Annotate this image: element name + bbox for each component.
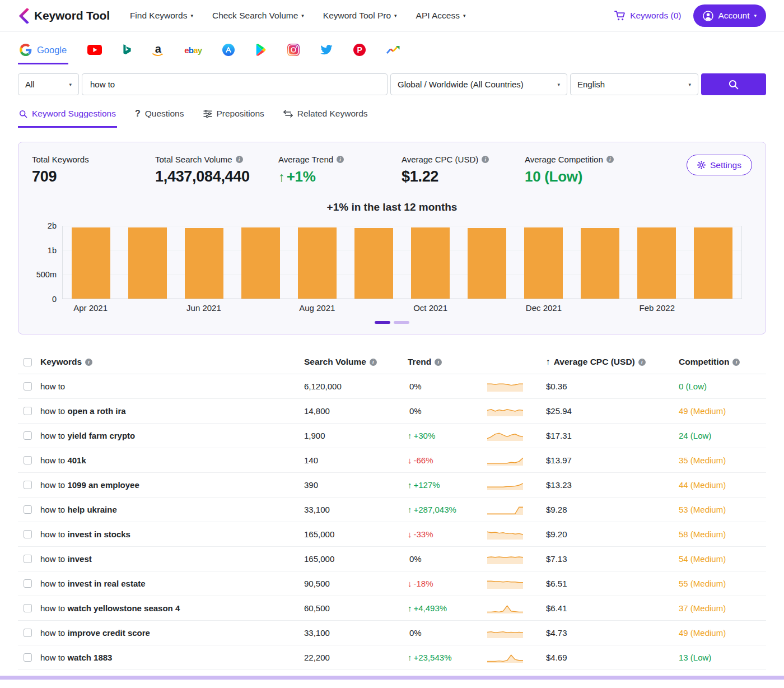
- table-row: how to 401k 140 ↓-66% $13.97 35 (Medium): [18, 448, 766, 473]
- cpc-cell: $6.51: [546, 571, 679, 596]
- keyword-cell[interactable]: how to watch 1883: [40, 645, 304, 670]
- competition-cell: 49 (Medium): [679, 399, 766, 424]
- y-tick-label: 1b: [48, 246, 57, 255]
- info-icon[interactable]: i: [337, 156, 344, 163]
- cart-label: Keywords (0): [630, 11, 681, 21]
- chart-bar: [468, 228, 507, 299]
- stat-value: 10 (Low): [525, 168, 648, 185]
- carousel-dot-active[interactable]: [375, 321, 390, 324]
- platform-tab-ebay[interactable]: ebay: [183, 40, 203, 64]
- row-checkbox[interactable]: [24, 530, 32, 538]
- carousel-dot[interactable]: [394, 321, 409, 324]
- row-checkbox[interactable]: [24, 653, 32, 662]
- cpc-cell: $17.31: [546, 424, 679, 448]
- nav-find-keywords[interactable]: Find Keywords ▾: [130, 11, 193, 21]
- country-select[interactable]: Global / Worldwide (All Countries) ▾: [390, 73, 567, 95]
- cart-keywords-link[interactable]: Keywords (0): [614, 11, 681, 21]
- search-icon: [729, 80, 739, 90]
- header-trend[interactable]: Trendi: [408, 351, 487, 374]
- keyword-tool-logo-icon: [18, 8, 29, 24]
- keyword-cell[interactable]: how to invest in real estate: [40, 571, 304, 596]
- y-axis: 2b1b500m0: [32, 226, 62, 299]
- nav-check-search-volume[interactable]: Check Search Volume ▾: [212, 11, 304, 21]
- row-checkbox[interactable]: [24, 382, 32, 391]
- row-checkbox[interactable]: [24, 555, 32, 563]
- row-checkbox[interactable]: [24, 629, 32, 637]
- platform-tab-bing[interactable]: [121, 40, 133, 64]
- row-checkbox[interactable]: [24, 407, 32, 415]
- info-icon[interactable]: i: [236, 156, 243, 163]
- settings-button[interactable]: Settings: [687, 155, 752, 175]
- row-checkbox[interactable]: [24, 456, 32, 464]
- sparkline-chart: [487, 430, 523, 441]
- competition-cell: 13 (Low): [679, 645, 766, 670]
- tab-prepositions[interactable]: Prepositions: [202, 103, 265, 128]
- platform-tab-pinterest[interactable]: P: [352, 40, 367, 64]
- platform-tab-amazon[interactable]: a: [151, 40, 165, 64]
- keyword-cell[interactable]: how to improve credit score: [40, 621, 304, 645]
- search-button[interactable]: [701, 73, 766, 95]
- sparkline-chart: [487, 455, 523, 466]
- category-select[interactable]: All ▾: [18, 73, 79, 95]
- nav-api-access[interactable]: API Access ▾: [416, 11, 466, 21]
- language-select[interactable]: English ▾: [570, 73, 698, 95]
- platform-tab-google[interactable]: Google: [18, 40, 68, 64]
- search-input[interactable]: [82, 73, 388, 95]
- search-volume-cell: 165,000: [304, 547, 408, 571]
- header-average-cpc[interactable]: ↑Average CPC (USD)i: [546, 351, 679, 374]
- select-all-checkbox[interactable]: [24, 358, 32, 366]
- header-trend-sparkline: [487, 351, 546, 374]
- keyword-cell[interactable]: how to watch yellowstone season 4: [40, 596, 304, 621]
- info-icon[interactable]: i: [435, 359, 442, 366]
- header-competition[interactable]: Competitioni: [679, 351, 766, 374]
- account-button[interactable]: Account ▾: [693, 4, 766, 27]
- keywords-table: Keywordsi Search Volumei Trendi ↑Average…: [18, 351, 766, 670]
- tab-questions[interactable]: ? Questions: [134, 103, 185, 128]
- bar-series: [63, 226, 741, 299]
- info-icon[interactable]: i: [370, 359, 377, 366]
- header-search-volume[interactable]: Search Volumei: [304, 351, 408, 374]
- tab-related-keywords[interactable]: Related Keywords: [282, 103, 369, 128]
- google-icon: [20, 44, 32, 56]
- keyword-cell[interactable]: how to open a roth ira: [40, 399, 304, 424]
- keyword-cell[interactable]: how to 401k: [40, 448, 304, 473]
- sparkline-cell: [487, 448, 546, 473]
- sparkline-chart: [487, 480, 523, 491]
- chart-bar: [298, 227, 337, 299]
- x-tick-label: [346, 303, 402, 313]
- keyword-cell[interactable]: how to invest in stocks: [40, 522, 304, 547]
- keyword-cell[interactable]: how to invest: [40, 547, 304, 571]
- keyword-cell[interactable]: how to help ukraine: [40, 498, 304, 522]
- stat-label: Average Trend: [278, 155, 333, 164]
- table-row: how to open a roth ira 14,800 0% $25.94 …: [18, 399, 766, 424]
- nav-keyword-tool-pro[interactable]: Keyword Tool Pro ▾: [323, 11, 397, 21]
- keyword-cell[interactable]: how to yield farm crypto: [40, 424, 304, 448]
- stats-card: Total Keywords 709 Total Search Volumei …: [18, 142, 766, 334]
- table-header-row: Keywordsi Search Volumei Trendi ↑Average…: [18, 351, 766, 374]
- row-checkbox[interactable]: [24, 431, 32, 440]
- row-checkbox[interactable]: [24, 481, 32, 489]
- info-icon[interactable]: i: [638, 359, 646, 366]
- chart-bar: [241, 227, 281, 299]
- row-checkbox[interactable]: [24, 579, 32, 588]
- info-icon[interactable]: i: [482, 156, 489, 163]
- row-checkbox[interactable]: [24, 505, 32, 514]
- gear-icon: [697, 161, 706, 169]
- platform-tab-google-play[interactable]: [254, 40, 268, 64]
- tab-keyword-suggestions[interactable]: Keyword Suggestions: [18, 103, 117, 128]
- info-icon[interactable]: i: [606, 156, 614, 163]
- youtube-icon: [87, 45, 102, 55]
- x-tick-label: Dec 2021: [515, 303, 572, 313]
- brand[interactable]: Keyword Tool: [18, 8, 110, 24]
- platform-tab-twitter[interactable]: [319, 40, 334, 64]
- keyword-cell[interactable]: how to 1099 an employee: [40, 473, 304, 498]
- platform-tab-google-trends[interactable]: [385, 40, 403, 64]
- platform-tab-app-store[interactable]: [221, 40, 236, 64]
- platform-tab-instagram[interactable]: [286, 40, 301, 64]
- info-icon[interactable]: i: [85, 359, 92, 366]
- info-icon[interactable]: i: [732, 359, 740, 366]
- row-checkbox[interactable]: [24, 604, 32, 612]
- platform-tab-youtube[interactable]: [86, 40, 104, 64]
- keyword-cell[interactable]: how to: [40, 374, 304, 399]
- amazon-icon: a: [152, 43, 164, 57]
